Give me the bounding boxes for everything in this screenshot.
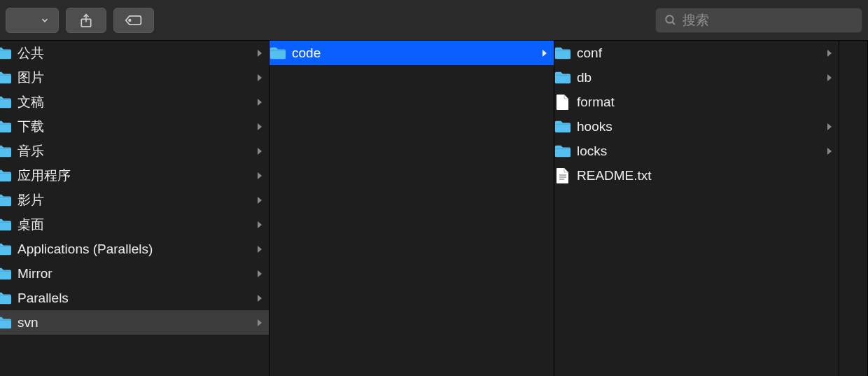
file-name-label: conf <box>577 46 825 61</box>
file-name-label: 音乐 <box>18 142 255 160</box>
file-row[interactable]: 文稿 <box>0 90 269 114</box>
folder-icon <box>554 45 571 62</box>
file-row[interactable]: Applications (Parallels) <box>0 237 269 261</box>
svg-point-2 <box>666 15 673 23</box>
chevron-right-icon <box>825 49 834 57</box>
chevron-right-icon <box>540 49 550 57</box>
file-row[interactable]: 公共 <box>0 41 269 65</box>
folder-icon <box>0 45 12 62</box>
column-3: confdbformathookslocksREADME.txt <box>554 41 839 376</box>
chevron-right-icon <box>255 196 265 204</box>
chevron-right-icon <box>825 147 834 155</box>
column-2: code <box>270 41 554 376</box>
chevron-right-icon <box>255 123 265 131</box>
file-name-label: README.txt <box>577 168 834 183</box>
file-name-label: 桌面 <box>18 216 255 234</box>
svg-line-3 <box>672 22 675 25</box>
file-row[interactable]: format <box>554 90 839 114</box>
file-row[interactable]: 桌面 <box>0 212 269 237</box>
file-name-label: Parallels <box>18 291 255 306</box>
folder-icon <box>0 216 12 233</box>
folder-icon <box>554 118 571 135</box>
file-name-label: svn <box>18 315 255 330</box>
file-row[interactable]: svn <box>0 310 269 335</box>
file-name-label: 下载 <box>18 118 255 136</box>
chevron-right-icon <box>825 123 834 131</box>
file-row[interactable]: 影片 <box>0 188 269 212</box>
settings-button-group[interactable] <box>6 8 59 33</box>
chevron-right-icon <box>255 147 265 155</box>
file-name-label: 应用程序 <box>18 167 255 185</box>
file-row[interactable]: code <box>270 41 554 65</box>
file-row[interactable]: 音乐 <box>0 139 269 163</box>
folder-icon <box>0 192 12 209</box>
chevron-right-icon <box>255 270 265 278</box>
folder-icon <box>0 94 12 111</box>
tag-button[interactable] <box>113 8 154 33</box>
tag-icon <box>125 14 143 27</box>
toolbar <box>0 0 868 41</box>
file-row[interactable]: Mirror <box>0 261 269 286</box>
column-4 <box>839 41 868 376</box>
file-name-label: 图片 <box>18 69 255 87</box>
file-row[interactable]: README.txt <box>554 163 839 188</box>
file-row[interactable]: 应用程序 <box>0 163 269 188</box>
folder-icon <box>0 167 12 184</box>
file-row[interactable]: conf <box>554 41 839 65</box>
file-name-label: hooks <box>577 119 825 134</box>
file-name-label: code <box>292 46 540 61</box>
chevron-right-icon <box>255 98 265 106</box>
file-row[interactable]: db <box>554 65 839 90</box>
file-name-label: db <box>577 70 825 85</box>
file-row[interactable]: locks <box>554 139 839 163</box>
folder-icon <box>554 69 571 86</box>
chevron-right-icon <box>255 172 265 180</box>
chevron-right-icon <box>255 49 265 57</box>
svg-point-1 <box>129 19 131 21</box>
file-name-label: Applications (Parallels) <box>18 242 255 257</box>
file-row[interactable]: 图片 <box>0 65 269 90</box>
search-icon <box>664 14 677 27</box>
gear-icon[interactable] <box>6 8 37 32</box>
search-input[interactable] <box>682 13 853 28</box>
chevron-down-icon[interactable] <box>37 8 58 32</box>
file-icon <box>554 94 571 111</box>
folder-icon <box>270 45 286 62</box>
folder-icon <box>554 143 571 160</box>
file-row[interactable]: hooks <box>554 114 839 139</box>
share-button[interactable] <box>66 8 106 33</box>
column-browser: 公共图片文稿下载音乐应用程序影片桌面Applications (Parallel… <box>0 41 868 376</box>
folder-icon <box>0 265 12 282</box>
text-file-icon <box>554 167 571 184</box>
chevron-right-icon <box>255 221 265 229</box>
file-name-label: 公共 <box>18 44 255 62</box>
file-row[interactable]: 下载 <box>0 114 269 139</box>
file-row[interactable]: Parallels <box>0 286 269 310</box>
chevron-right-icon <box>255 294 265 302</box>
folder-icon <box>0 241 12 258</box>
folder-icon <box>0 314 12 331</box>
folder-icon <box>0 69 12 86</box>
folder-icon <box>0 118 12 135</box>
chevron-right-icon <box>255 319 265 327</box>
chevron-right-icon <box>255 74 265 82</box>
column-1: 公共图片文稿下载音乐应用程序影片桌面Applications (Parallel… <box>0 41 270 376</box>
folder-icon <box>0 290 12 307</box>
file-name-label: Mirror <box>18 266 255 281</box>
chevron-right-icon <box>255 245 265 253</box>
folder-icon <box>0 143 12 160</box>
file-name-label: 影片 <box>18 191 255 209</box>
search-box[interactable] <box>655 8 862 33</box>
chevron-right-icon <box>825 74 834 82</box>
file-name-label: locks <box>577 144 825 159</box>
file-name-label: 文稿 <box>18 93 255 111</box>
file-name-label: format <box>577 95 834 110</box>
share-icon <box>79 13 93 28</box>
